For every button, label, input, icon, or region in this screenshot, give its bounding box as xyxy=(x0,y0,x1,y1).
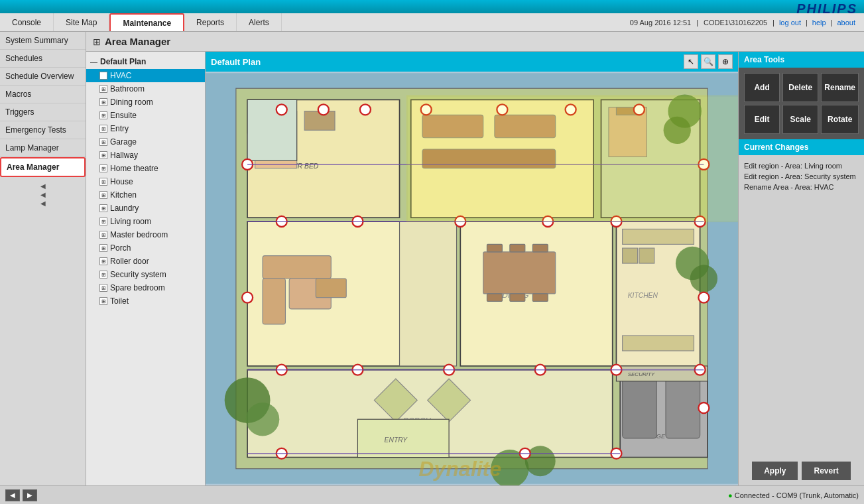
tree-item-spare-bedroom[interactable]: ⊞ Spare bedroom xyxy=(86,281,205,294)
sidebar-item-system-summary[interactable]: System Summary xyxy=(0,32,86,50)
sidebar-item-emergency-tests[interactable]: Emergency Tests xyxy=(0,121,86,139)
tree-root[interactable]: — Default Plan xyxy=(86,54,205,69)
svg-rect-29 xyxy=(510,294,525,301)
rotate-button[interactable]: Rotate xyxy=(821,105,859,134)
svg-point-82 xyxy=(242,292,253,303)
svg-point-59 xyxy=(277,104,287,115)
logout-link[interactable]: log out xyxy=(779,19,801,27)
tree-item-icon-living-room: ⊞ xyxy=(99,218,107,225)
tree-item-porch[interactable]: ⊞ Porch xyxy=(86,241,205,255)
svg-rect-28 xyxy=(487,294,502,301)
back-button[interactable]: ◀ xyxy=(5,489,20,501)
status-nav: ◀ ▶ xyxy=(5,489,37,501)
nav-sitemap[interactable]: Site Map xyxy=(54,13,109,31)
svg-rect-24 xyxy=(483,252,556,294)
map-area: Default Plan ↖ 🔍 ⊕ xyxy=(206,52,738,485)
forward-button[interactable]: ▶ xyxy=(23,489,37,501)
tree-item-bathroom[interactable]: ⊞ Bathroom xyxy=(86,82,205,95)
tree-item-home-theatre[interactable]: ⊞ Home theatre xyxy=(86,162,205,175)
tree-root-label: Default Plan xyxy=(100,57,146,66)
sidebar-item-macros[interactable]: Macros xyxy=(0,86,86,103)
delete-button[interactable]: Delete xyxy=(782,73,818,102)
current-changes-title: Current Changes xyxy=(739,139,864,155)
about-link[interactable]: about xyxy=(837,19,855,27)
tree-item-ensuite[interactable]: ⊞ Ensuite xyxy=(86,109,205,122)
svg-text:KITCHEN: KITCHEN xyxy=(628,292,658,299)
tree-item-house[interactable]: ⊞ House xyxy=(86,175,205,188)
svg-point-84 xyxy=(698,292,709,303)
right-panel: Area Tools Add Delete Rename Edit Scale … xyxy=(738,52,864,485)
tree-item-hvac[interactable]: ⊞ HVAC xyxy=(86,69,205,82)
map-title: Default Plan xyxy=(211,57,261,67)
tree-item-icon-garage: ⊞ xyxy=(99,138,107,146)
current-changes-list: Edit region - Area: Living room Edit reg… xyxy=(739,155,864,456)
scale-button[interactable]: Scale xyxy=(782,105,818,134)
code: CODE1\310162205 xyxy=(704,19,767,27)
map-tool-search[interactable]: 🔍 xyxy=(701,54,715,69)
tree-item-icon-laundry: ⊞ xyxy=(99,204,107,212)
svg-rect-30 xyxy=(532,294,548,301)
add-button[interactable]: Add xyxy=(744,73,780,102)
tree-item-icon-ensuite: ⊞ xyxy=(99,111,107,119)
page-title-icon: ⊞ xyxy=(93,36,101,47)
nav-alerts[interactable]: Alerts xyxy=(237,13,282,31)
tree-item-kitchen[interactable]: ⊞ Kitchen xyxy=(86,188,205,202)
sidebar-item-triggers[interactable]: Triggers xyxy=(0,103,86,121)
main-layout: System Summary Schedules Schedule Overvi… xyxy=(0,32,864,485)
inner-split: — Default Plan ⊞ HVAC ⊞ Bathroom ⊞ Dinin… xyxy=(86,52,864,485)
right-bottom-buttons: Apply Revert xyxy=(739,456,864,485)
svg-point-61 xyxy=(360,104,371,115)
tree-item-icon-house: ⊞ xyxy=(99,178,107,186)
svg-rect-49 xyxy=(400,221,457,366)
svg-text:SECURITY: SECURITY xyxy=(628,371,655,377)
map-tools: ↖ 🔍 ⊕ xyxy=(684,54,733,69)
svg-rect-36 xyxy=(639,248,654,263)
svg-rect-21 xyxy=(316,279,346,298)
change-item-2: Edit region - Area: Security system xyxy=(744,171,859,182)
apply-button[interactable]: Apply xyxy=(752,462,798,480)
map-tool-cursor[interactable]: ↖ xyxy=(684,54,698,69)
sidebar-item-area-manager[interactable]: Area Manager xyxy=(0,157,86,177)
map-canvas[interactable]: MASTER BED HOME THEATRE xyxy=(206,72,738,485)
area-tools-title: Area Tools xyxy=(739,52,864,68)
nav-console[interactable]: Console xyxy=(0,13,54,31)
collapse-arrow-1[interactable]: ◀ xyxy=(40,182,46,190)
svg-rect-19 xyxy=(263,279,285,324)
sidebar-item-schedules[interactable]: Schedules xyxy=(0,50,86,68)
nav-reports[interactable]: Reports xyxy=(184,13,237,31)
tree-item-icon-toilet: ⊞ xyxy=(99,297,107,305)
datetime: 09 Aug 2016 12:51 xyxy=(630,19,691,27)
svg-point-60 xyxy=(318,104,329,115)
nav-maintenance[interactable]: Maintenance xyxy=(109,13,184,31)
tree-item-living-room[interactable]: ⊞ Living room xyxy=(86,215,205,228)
tree-item-icon-hallway: ⊞ xyxy=(99,151,107,159)
tree-item-icon-spare-bedroom: ⊞ xyxy=(99,284,107,292)
tree-panel: — Default Plan ⊞ HVAC ⊞ Bathroom ⊞ Dinin… xyxy=(86,52,206,485)
tree-item-toilet[interactable]: ⊞ Toilet xyxy=(86,294,205,308)
tree-item-entry[interactable]: ⊞ Entry xyxy=(86,122,205,135)
tree-item-dining-room[interactable]: ⊞ Dining room xyxy=(86,95,205,109)
page-title: Area Manager xyxy=(105,36,170,47)
svg-rect-18 xyxy=(263,256,331,279)
tree-item-roller-door[interactable]: ⊞ Roller door xyxy=(86,255,205,268)
map-tool-zoom[interactable]: ⊕ xyxy=(718,54,733,69)
tree-item-security-system[interactable]: ⊞ Security system xyxy=(86,268,205,281)
tree-item-laundry[interactable]: ⊞ Laundry xyxy=(86,202,205,215)
help-link[interactable]: help xyxy=(812,19,826,27)
rename-button[interactable]: Rename xyxy=(821,73,859,102)
svg-rect-44 xyxy=(666,377,700,438)
edit-button[interactable]: Edit xyxy=(744,105,780,134)
left-sidebar: System Summary Schedules Schedule Overvi… xyxy=(0,32,86,485)
collapse-arrow-2[interactable]: ◀ xyxy=(40,191,46,198)
tree-item-master-bedroom[interactable]: ⊞ Master bedroom xyxy=(86,228,205,241)
collapse-arrow-3[interactable]: ◀ xyxy=(40,200,46,207)
tree-item-hallway[interactable]: ⊞ Hallway xyxy=(86,149,205,162)
sidebar-item-lamp-manager[interactable]: Lamp Manager xyxy=(0,139,86,157)
sidebar-item-schedule-overview[interactable]: Schedule Overview xyxy=(0,68,86,86)
status-text: ● Connected - COM9 (Trunk, Automatic) xyxy=(728,491,859,499)
tree-collapse-icon: — xyxy=(90,58,97,66)
svg-point-85 xyxy=(698,403,709,413)
revert-button[interactable]: Revert xyxy=(802,462,850,480)
tree-item-icon-porch: ⊞ xyxy=(99,244,107,252)
tree-item-garage[interactable]: ⊞ Garage xyxy=(86,135,205,149)
